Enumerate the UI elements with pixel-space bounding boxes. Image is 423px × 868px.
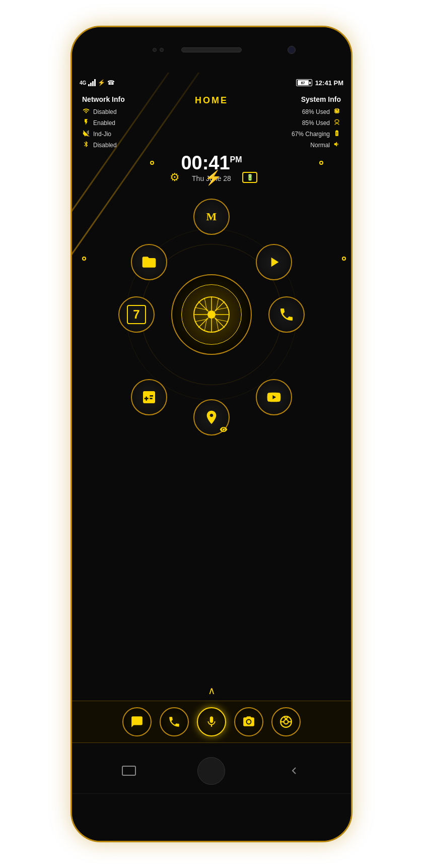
status-left: 4G ⚡ ☎ [80, 79, 115, 86]
dock-camera-icon[interactable] [234, 707, 263, 736]
system-cpu-item: 68% Used [260, 107, 341, 116]
circuit-dot [342, 257, 346, 261]
sensor-dot [153, 48, 157, 52]
sensor-area [153, 48, 164, 52]
eye-sub-icon [220, 425, 228, 433]
phone-status-icon: ☎ [107, 79, 115, 86]
front-camera [288, 46, 296, 54]
svg-rect-25 [122, 766, 135, 775]
earpiece-speaker [181, 47, 242, 52]
circuit-dot [319, 161, 323, 165]
network-wifi-item: Disabled [82, 107, 163, 116]
network-info-panel: Network Info Disabled Enabled [82, 95, 163, 152]
home-button[interactable] [197, 757, 225, 785]
center-chakra-wheel[interactable] [171, 274, 252, 355]
status-right: 67 12:41 PM [296, 79, 343, 87]
cpu-icon [333, 107, 341, 116]
bluetooth-icon [82, 141, 90, 149]
bottom-dock [72, 701, 351, 743]
playstore-icon [266, 254, 282, 270]
phone-icon [278, 306, 295, 323]
status-bar: 4G ⚡ ☎ 67 12:41 PM [72, 73, 351, 93]
phone-screen: 4G ⚡ ☎ 67 12:41 PM [72, 73, 351, 793]
app-icon-maps[interactable] [193, 399, 230, 436]
battery-fill: 67 [298, 80, 309, 85]
network-data-item: Enabled [82, 118, 163, 127]
gmail-letter: M [206, 210, 217, 223]
bar4 [94, 79, 96, 86]
signal-bars-icon [88, 79, 96, 86]
recent-apps-button[interactable] [114, 760, 144, 782]
calculator-icon [141, 389, 157, 405]
svg-point-1 [207, 311, 216, 319]
storage-usage-text: 85% Used [302, 119, 330, 127]
wifi-status-text: Disabled [93, 108, 117, 115]
system-info-title: System Info [260, 95, 341, 103]
dock-microphone-icon[interactable] [197, 707, 226, 736]
app-icon-gmail[interactable]: M [193, 199, 230, 235]
charging-icon [333, 130, 341, 138]
home-label: HOME [195, 95, 228, 106]
bottom-dock-area: ∧ [72, 685, 351, 743]
settings-quick-icon[interactable]: ⚙ [166, 168, 184, 187]
usb-icon: ⚡ [98, 79, 105, 86]
cpu-usage-text: 68% Used [302, 108, 330, 115]
system-info-panel: System Info 68% Used 85% Used 67% Chargi… [260, 95, 341, 152]
chrome-svg [279, 715, 293, 728]
phone-bottom-hardware [72, 793, 351, 842]
time-display: 12:41 PM [315, 79, 343, 87]
network-type-label: 4G [80, 80, 86, 86]
wifi-icon [82, 107, 90, 116]
battery-quick-icon[interactable]: 🔋 [242, 172, 257, 183]
data-icon [82, 118, 90, 127]
svg-point-19 [284, 720, 289, 724]
files-icon [141, 254, 157, 270]
battery-tip [309, 82, 311, 84]
bar2 [90, 83, 92, 86]
system-battery-item: 67% Charging [260, 130, 341, 138]
network-carrier-item: Ind-Jio [82, 130, 163, 138]
dock-chrome-icon[interactable] [271, 707, 301, 736]
youtube-icon [266, 389, 282, 405]
camera-svg [242, 715, 255, 728]
network-info-title: Network Info [82, 95, 163, 103]
app-icon-youtube[interactable] [256, 379, 292, 415]
app-icon-playstore[interactable] [256, 244, 292, 280]
chakra-inner [181, 284, 242, 345]
apps-ring-container: M 7 [116, 194, 307, 436]
info-panels-row: Network Info Disabled Enabled [72, 95, 351, 152]
dock-messages-icon[interactable] [122, 707, 152, 736]
sensor-dot [160, 48, 164, 52]
calendar-number: 7 [127, 305, 146, 324]
back-button[interactable] [279, 760, 309, 782]
app-icon-phone[interactable] [268, 296, 305, 333]
system-storage-item: 85% Used [260, 118, 341, 127]
chakra-symbol [191, 294, 232, 335]
phone-device: 4G ⚡ ☎ 67 12:41 PM [70, 26, 352, 842]
battery-icon: 67 [296, 79, 312, 86]
app-icon-calculator[interactable] [131, 379, 167, 415]
app-icon-calendar[interactable]: 7 [118, 296, 155, 333]
system-volume-item: Normal [260, 141, 341, 149]
bar1 [88, 84, 90, 86]
dock-chevron-icon[interactable]: ∧ [72, 685, 351, 697]
dock-phone-icon[interactable] [160, 707, 189, 736]
data-status-text: Enabled [93, 119, 115, 127]
recent-apps-icon [122, 766, 136, 776]
back-icon [288, 765, 300, 777]
svg-point-18 [247, 720, 251, 724]
flash-quick-icon[interactable]: ⚡ [204, 168, 222, 187]
home-center: HOME [195, 95, 228, 152]
carrier-text: Ind-Jio [93, 131, 111, 138]
volume-status-text: Normal [310, 142, 330, 149]
chakra-svg [191, 294, 232, 335]
navigation-bar [72, 748, 351, 793]
clock-ampm: PM [230, 155, 242, 164]
charging-status-text: 67% Charging [292, 131, 330, 138]
battery-percent: 67 [301, 81, 305, 85]
phone-top-hardware [72, 27, 351, 73]
app-icon-files[interactable] [131, 244, 167, 280]
bar3 [92, 81, 94, 86]
volume-icon [333, 141, 341, 149]
microphone-svg [205, 715, 218, 728]
